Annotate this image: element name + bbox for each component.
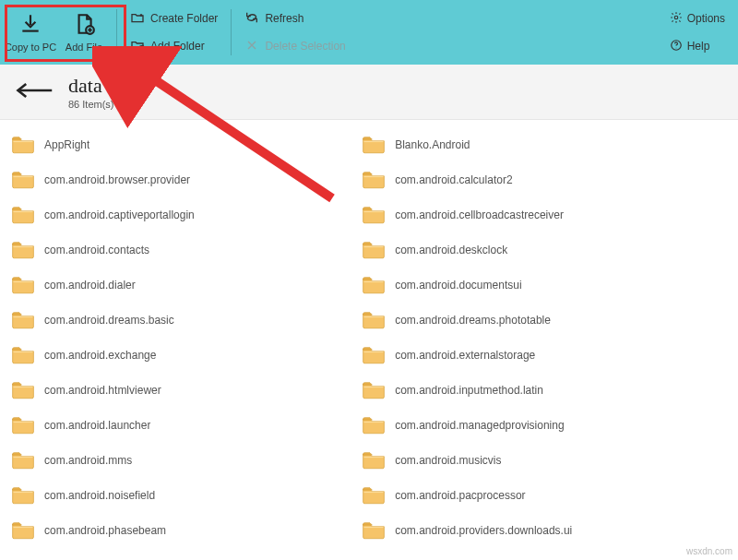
help-label: Help (687, 40, 710, 53)
svg-point-4 (675, 47, 676, 48)
folder-name: com.android.noisefield (44, 489, 155, 502)
folder-name: com.android.dialer (44, 279, 136, 292)
add-file-button[interactable]: Add File (57, 4, 111, 61)
folder-icon (362, 379, 386, 402)
options-button[interactable]: Options (664, 7, 731, 30)
add-folder-button[interactable]: Add Folder (126, 35, 221, 57)
listing-col-1: AppRight com.android.browser.provider co… (7, 127, 358, 548)
delete-icon (244, 38, 259, 55)
folder-icon (11, 484, 35, 507)
folder-name: com.android.exchange (44, 349, 156, 362)
svg-point-2 (674, 16, 678, 19)
folder-icon (362, 344, 386, 367)
folder-icon (362, 204, 386, 227)
toolbar-group-actions: Refresh Delete Selection (237, 4, 352, 61)
folder-icon (11, 449, 35, 472)
folder-row[interactable]: com.android.mms (7, 443, 358, 478)
toolbar-separator (231, 9, 232, 55)
toolbar: Copy to PC Add File Create Folder (0, 0, 738, 65)
delete-selection-button[interactable]: Delete Selection (241, 35, 349, 57)
folder-row[interactable]: com.android.musicvis (358, 443, 708, 478)
delete-selection-label: Delete Selection (265, 40, 345, 53)
back-button[interactable] (13, 78, 55, 106)
toolbar-group-primary: Copy to PC Add File (4, 4, 111, 61)
folder-add-icon (130, 38, 145, 55)
folder-name: com.android.dreams.phototable (395, 314, 551, 327)
listing-columns: AppRight com.android.browser.provider co… (7, 127, 738, 548)
folder-name: com.android.mms (44, 454, 132, 467)
folder-icon (11, 309, 35, 332)
folder-name: com.android.calculator2 (395, 173, 512, 186)
folder-row[interactable]: com.android.externalstorage (358, 338, 708, 373)
options-label: Options (687, 12, 725, 25)
copy-to-pc-button[interactable]: Copy to PC (4, 4, 57, 61)
folder-icon (362, 169, 386, 192)
folder-row[interactable]: com.android.dreams.phototable (358, 303, 708, 338)
refresh-button[interactable]: Refresh (241, 7, 349, 30)
folder-name: com.android.managedprovisioning (395, 419, 564, 432)
create-folder-button[interactable]: Create Folder (126, 7, 221, 30)
folder-row[interactable]: com.android.browser.provider (7, 162, 358, 197)
toolbar-separator (116, 9, 117, 55)
item-count: 86 Item(s) (68, 99, 114, 110)
folder-name: com.android.dreams.basic (44, 314, 174, 327)
folder-row[interactable]: com.android.inputmethod.latin (358, 373, 708, 408)
folder-icon (362, 449, 386, 472)
folder-plus-icon (130, 10, 145, 28)
folder-row[interactable]: com.android.deskclock (358, 232, 708, 268)
folder-icon (362, 519, 386, 542)
folder-row[interactable]: Blanko.Android (358, 127, 708, 162)
path-text: data 86 Item(s) (68, 74, 114, 110)
folder-row[interactable]: com.android.cellbroadcastreceiver (358, 197, 708, 232)
folder-icon (362, 309, 386, 332)
path-bar: data 86 Item(s) (0, 65, 738, 120)
folder-row[interactable]: com.android.dreams.basic (7, 303, 358, 338)
toolbar-group-right: Options Help (664, 4, 731, 61)
folder-icon (362, 484, 386, 507)
folder-row[interactable]: com.android.managedprovisioning (358, 408, 708, 443)
folder-icon (11, 274, 35, 297)
file-plus-icon (72, 12, 96, 38)
folder-icon (11, 239, 35, 262)
refresh-label: Refresh (265, 12, 304, 25)
copy-to-pc-label: Copy to PC (5, 42, 56, 53)
folder-row[interactable]: com.android.providers.downloads.ui (358, 513, 708, 548)
folder-icon (11, 414, 35, 437)
folder-row[interactable]: com.android.dialer (7, 268, 358, 303)
folder-icon (11, 134, 35, 157)
toolbar-group-folder: Create Folder Add Folder (123, 4, 225, 61)
download-icon (18, 12, 42, 38)
folder-row[interactable]: com.android.launcher (7, 408, 358, 443)
folder-name: Blanko.Android (395, 138, 470, 151)
folder-row[interactable]: AppRight (7, 127, 358, 162)
folder-name: com.android.pacprocessor (395, 489, 525, 502)
folder-name: com.android.phasebeam (44, 524, 166, 537)
help-icon (670, 39, 683, 54)
folder-name: com.android.inputmethod.latin (395, 384, 543, 397)
folder-icon (362, 239, 386, 262)
folder-icon (362, 274, 386, 297)
folder-row[interactable]: com.android.documentsui (358, 268, 708, 303)
refresh-icon (244, 10, 259, 28)
folder-icon (11, 379, 35, 402)
add-file-label: Add File (65, 42, 102, 53)
folder-row[interactable]: com.android.contacts (7, 232, 358, 268)
folder-name: com.android.providers.downloads.ui (395, 524, 572, 537)
folder-row[interactable]: com.android.pacprocessor (358, 478, 708, 513)
folder-row[interactable]: com.android.exchange (7, 338, 358, 373)
folder-row[interactable]: com.android.noisefield (7, 478, 358, 513)
folder-name: AppRight (44, 138, 89, 151)
folder-icon (362, 134, 386, 157)
folder-row[interactable]: com.android.captiveportallogin (7, 197, 358, 232)
folder-row[interactable]: com.android.htmlviewer (7, 373, 358, 408)
folder-row[interactable]: com.android.phasebeam (7, 513, 358, 548)
folder-icon (362, 414, 386, 437)
add-folder-label: Add Folder (150, 40, 205, 53)
folder-name: com.android.documentsui (395, 279, 521, 292)
listing-scroll[interactable]: AppRight com.android.browser.provider co… (0, 120, 738, 560)
folder-row[interactable]: com.android.calculator2 (358, 162, 708, 197)
folder-icon (11, 519, 35, 542)
help-button[interactable]: Help (664, 35, 731, 57)
watermark: wsxdn.com (686, 546, 732, 556)
folder-name: com.android.contacts (44, 244, 149, 256)
